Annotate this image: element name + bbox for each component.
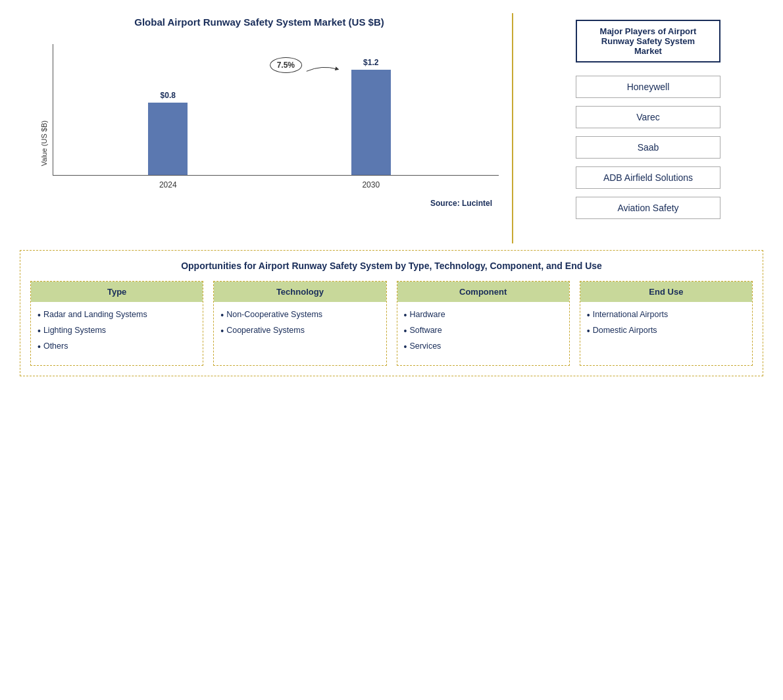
category-column: Component•Hardware•Software•Services xyxy=(397,281,570,366)
list-item: •Others xyxy=(38,341,196,352)
chart-wrapper: Value (US $B) 7.5% xyxy=(20,38,499,195)
item-text: Domestic Airports xyxy=(593,326,657,335)
bullet-icon: • xyxy=(587,310,590,320)
bar-group-2030: $1.2 2030 xyxy=(351,58,391,175)
category-column: Type•Radar and Landing Systems•Lighting … xyxy=(30,281,203,366)
bullet-icon: • xyxy=(38,326,41,336)
right-panel: Major Players of Airport Runway Safety S… xyxy=(513,13,763,243)
source-text: Source: Lucintel xyxy=(20,199,499,208)
list-item: •Lighting Systems xyxy=(38,326,196,336)
cagr-annotation: 7.5% xyxy=(270,57,302,73)
bullet-icon: • xyxy=(404,310,407,320)
item-text: Others xyxy=(43,341,68,351)
bottom-section: Opportunities for Airport Runway Safety … xyxy=(20,250,763,376)
page-container: Global Airport Runway Safety System Mark… xyxy=(0,0,783,700)
category-items: •Hardware•Software•Services xyxy=(397,302,569,365)
player-item: ADB Airfield Solutions xyxy=(576,166,720,189)
category-column: End Use•International Airports•Domestic … xyxy=(580,281,753,366)
category-items: •Radar and Landing Systems•Lighting Syst… xyxy=(31,302,203,365)
item-text: Cooperative Systems xyxy=(226,326,305,335)
list-item: •Services xyxy=(404,341,563,352)
players-list: HoneywellVarecSaabADB Airfield Solutions… xyxy=(576,76,720,227)
category-header: Component xyxy=(397,282,569,302)
category-items: •International Airports•Domestic Airport… xyxy=(580,302,752,365)
list-item: •Non-Cooperative Systems xyxy=(220,310,379,320)
top-section: Global Airport Runway Safety System Mark… xyxy=(20,13,763,243)
player-item: Saab xyxy=(576,136,720,159)
opportunities-title: Opportunities for Airport Runway Safety … xyxy=(30,261,753,271)
chart-title: Global Airport Runway Safety System Mark… xyxy=(134,16,384,28)
item-text: Hardware xyxy=(409,310,445,319)
chart-area: Global Airport Runway Safety System Mark… xyxy=(20,13,513,243)
bullet-icon: • xyxy=(38,341,41,352)
item-text: Software xyxy=(409,326,442,335)
bar-label-2024: 2024 xyxy=(159,180,177,189)
category-column: Technology•Non-Cooperative Systems•Coope… xyxy=(213,281,386,366)
bullet-icon: • xyxy=(404,326,407,336)
bar-value-2030: $1.2 xyxy=(363,58,378,67)
y-axis-label: Value (US $B) xyxy=(40,120,48,166)
item-text: Non-Cooperative Systems xyxy=(226,310,322,319)
bar-group-2024: $0.8 2024 xyxy=(148,91,188,175)
players-box-title: Major Players of Airport Runway Safety S… xyxy=(576,20,720,63)
bullet-icon: • xyxy=(220,310,224,320)
list-item: •Software xyxy=(404,326,563,336)
player-item: Honeywell xyxy=(576,76,720,98)
bar-label-2030: 2030 xyxy=(362,180,380,189)
item-text: International Airports xyxy=(593,310,669,319)
list-item: •Domestic Airports xyxy=(587,326,745,336)
item-text: Lighting Systems xyxy=(43,326,106,335)
bar-2030 xyxy=(351,70,391,175)
category-header: Technology xyxy=(214,282,386,302)
categories-row: Type•Radar and Landing Systems•Lighting … xyxy=(30,281,753,366)
bars-container: 7.5% $0.8 xyxy=(53,44,499,176)
bar-2024 xyxy=(148,103,188,175)
cagr-arrow-svg xyxy=(302,63,341,76)
list-item: •Cooperative Systems xyxy=(220,326,379,336)
bullet-icon: • xyxy=(220,326,224,336)
bullet-icon: • xyxy=(38,310,41,320)
list-item: •Hardware xyxy=(404,310,563,320)
category-header: End Use xyxy=(580,282,752,302)
cagr-bubble: 7.5% xyxy=(270,57,302,73)
player-item: Aviation Safety xyxy=(576,197,720,219)
bar-value-2024: $0.8 xyxy=(161,91,176,100)
category-items: •Non-Cooperative Systems•Cooperative Sys… xyxy=(214,302,386,365)
list-item: •International Airports xyxy=(587,310,745,320)
item-text: Radar and Landing Systems xyxy=(43,310,147,319)
bullet-icon: • xyxy=(587,326,590,336)
item-text: Services xyxy=(409,341,441,351)
list-item: •Radar and Landing Systems xyxy=(38,310,196,320)
category-header: Type xyxy=(31,282,203,302)
player-item: Varec xyxy=(576,106,720,128)
bullet-icon: • xyxy=(404,341,407,352)
